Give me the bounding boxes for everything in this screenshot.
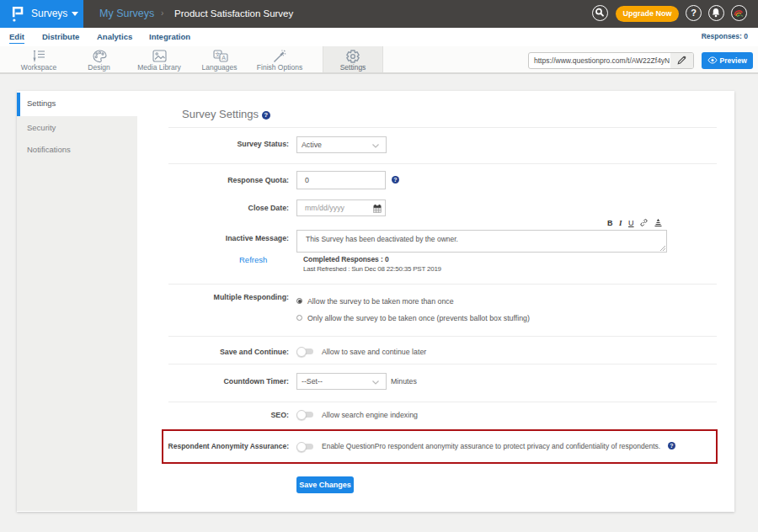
svg-text:A: A [222, 55, 226, 61]
svg-text:文: 文 [215, 51, 221, 57]
